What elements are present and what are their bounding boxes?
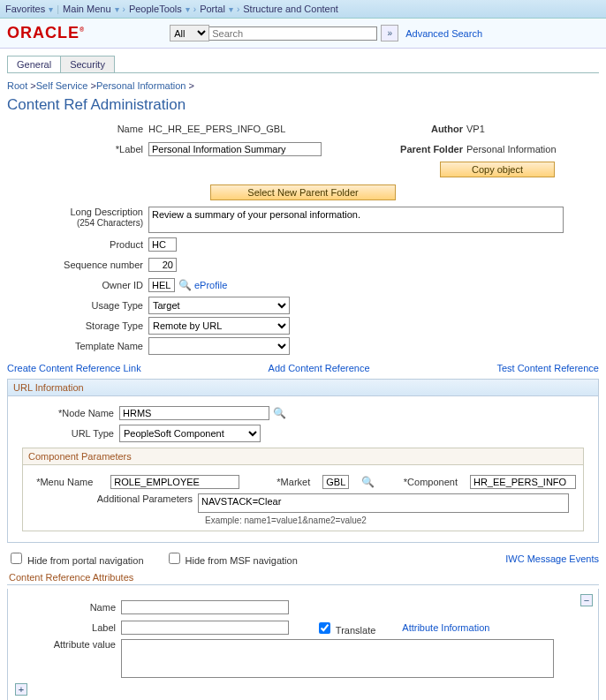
tab-bar: General Security — [7, 56, 606, 72]
chevron-down-icon: ▾ — [115, 4, 119, 14]
nav-structure[interactable]: Structure and Content — [243, 4, 338, 14]
attribute-information-link[interactable]: Attribute Information — [402, 622, 489, 633]
collapse-button[interactable]: − — [580, 594, 593, 606]
chevron-right-icon: › — [237, 4, 239, 14]
chevron-down-icon: ▾ — [186, 4, 190, 14]
long-description-input[interactable]: Review a summary of your personal inform… — [148, 207, 564, 233]
attr-label-label: Label — [15, 622, 121, 633]
sequence-number-input[interactable] — [148, 258, 177, 272]
lookup-icon[interactable]: 🔍 — [361, 476, 374, 488]
advanced-search-link[interactable]: Advanced Search — [405, 28, 482, 39]
owner-id-input[interactable] — [148, 278, 175, 292]
additional-parameters-label: Additional Parameters — [30, 493, 198, 504]
iwc-message-events-link[interactable]: IWC Message Events — [505, 553, 599, 564]
create-content-ref-link[interactable]: Create Content Reference Link — [7, 363, 141, 373]
content-ref-attributes-header: Content Reference Attributes — [7, 568, 599, 585]
storage-type-label: Storage Type — [7, 320, 148, 331]
chevron-down-icon: ▾ — [49, 4, 53, 14]
author-value: VP1 — [466, 124, 485, 134]
chevron-down-icon: ▾ — [229, 4, 233, 14]
attribute-value-label: Attribute value — [15, 639, 121, 650]
example-text: Example: name1=value1&name2=value2 — [30, 516, 576, 525]
component-input[interactable] — [470, 475, 576, 489]
node-name-input[interactable] — [119, 406, 269, 420]
search-scope-select[interactable]: All — [170, 25, 209, 41]
url-type-select[interactable]: PeopleSoft Component — [119, 425, 261, 442]
oracle-logo: ORACLE® — [7, 24, 85, 42]
crumb-root[interactable]: Root — [7, 80, 27, 91]
creation-date-label: Creation Date — [574, 284, 606, 295]
hide-msf-nav-label: Hide from MSF navigation — [165, 550, 298, 567]
page-title: Content Ref Administration — [7, 96, 599, 114]
nav-favorites[interactable]: Favorites — [5, 4, 45, 14]
market-input[interactable] — [322, 475, 349, 489]
top-navigation: Favorites ▾ | Main Menu ▾ › PeopleTools … — [0, 0, 606, 19]
hide-msf-nav-checkbox[interactable] — [169, 553, 180, 564]
additional-parameters-input[interactable]: NAVSTACK=Clear — [198, 493, 569, 513]
hide-portal-nav-label: Hide from portal navigation — [7, 550, 144, 567]
url-type-label: URL Type — [13, 428, 119, 439]
nav-portal[interactable]: Portal — [200, 4, 225, 14]
attr-name-label: Name — [15, 602, 121, 613]
valid-to-label: Valid to date — [574, 264, 606, 275]
add-row-button[interactable]: + — [15, 683, 27, 696]
menu-name-label: Menu Name — [30, 477, 98, 487]
header: ORACLE® All » Advanced Search — [0, 19, 606, 49]
parent-folder-value: Personal Information — [466, 144, 557, 154]
long-description-label: Long Description (254 Characters) — [7, 207, 148, 228]
nav-peopletools[interactable]: PeopleTools — [129, 4, 182, 14]
hide-portal-nav-checkbox[interactable] — [11, 553, 22, 564]
nav-mainmenu[interactable]: Main Menu — [63, 4, 110, 14]
attr-name-input[interactable] — [121, 600, 289, 614]
label-input[interactable] — [148, 142, 322, 156]
node-name-label: Node Name — [13, 408, 119, 418]
owner-id-label: Owner ID — [7, 280, 148, 290]
menu-name-input[interactable] — [110, 475, 239, 489]
name-value: HC_HR_EE_PERS_INFO_GBL — [148, 124, 285, 134]
usage-type-select[interactable]: Target — [148, 297, 290, 314]
crumb-self[interactable]: Self Service — [36, 80, 88, 91]
usage-type-label: Usage Type — [7, 300, 148, 311]
storage-type-select[interactable]: Remote by URL — [148, 317, 290, 335]
tab-security[interactable]: Security — [60, 56, 115, 72]
copy-object-button[interactable]: Copy object — [440, 162, 555, 177]
search-go-button[interactable]: » — [381, 25, 398, 41]
search-input[interactable] — [209, 26, 377, 41]
component-parameters-header: Component Parameters — [23, 448, 583, 465]
breadcrumb: Root >Self Service >Personal Information… — [7, 80, 606, 91]
valid-from-label: Valid from date — [574, 244, 606, 254]
test-content-ref-link[interactable]: Test Content Reference — [496, 363, 599, 373]
label-label: Label — [7, 144, 148, 154]
name-label: Name — [7, 124, 148, 134]
parent-folder-label: Parent Folder — [396, 144, 466, 154]
content-ref-attributes-group: − Name Label Translate Attribute Informa… — [7, 589, 599, 700]
attr-label-input[interactable] — [121, 621, 289, 635]
author-label: Author — [396, 124, 466, 134]
chevron-right-icon: › — [193, 4, 196, 14]
select-new-parent-button[interactable]: Select New Parent Folder — [210, 184, 396, 200]
crumb-pers[interactable]: Personal Information — [96, 80, 186, 91]
component-label: *Component — [404, 477, 458, 487]
translate-checkbox[interactable] — [319, 622, 330, 634]
tab-general[interactable]: General — [7, 56, 61, 72]
lookup-icon[interactable]: 🔍 — [178, 279, 191, 291]
add-content-ref-link[interactable]: Add Content Reference — [269, 363, 370, 373]
chevron-right-icon: › — [123, 4, 125, 14]
product-label: Product — [7, 239, 148, 250]
template-name-select[interactable] — [148, 337, 290, 355]
owner-profile-link[interactable]: eProfile — [194, 280, 227, 290]
url-information-group: URL Information Node Name 🔍 URL Type Peo… — [7, 379, 599, 543]
component-parameters-group: Component Parameters Menu Name *Market 🔍… — [22, 448, 584, 531]
translate-label: Translate — [336, 625, 375, 636]
market-label: *Market — [276, 477, 310, 487]
template-name-label: Template Name — [7, 341, 148, 351]
url-information-header: URL Information — [8, 380, 598, 396]
attribute-value-input[interactable] — [121, 639, 554, 678]
product-input[interactable] — [148, 237, 177, 252]
sequence-number-label: Sequence number — [7, 260, 148, 270]
lookup-icon[interactable]: 🔍 — [273, 407, 285, 419]
search-bar: All » Advanced Search — [170, 25, 482, 41]
